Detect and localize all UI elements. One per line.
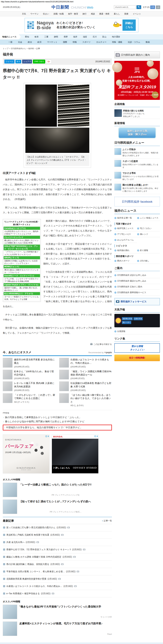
pr-link-travel[interactable]: 旅の写真を投稿して豪華賞品をゲットしよう!中日旅行ナビ「ぷらっ人」 bbox=[3, 415, 112, 420]
category-nav-item[interactable]: 社会 bbox=[18, 40, 22, 45]
recommend-item[interactable]: 「イボちぎらないで、これ塗って!」家で簡単にとれると話題に AD (チュラコス) bbox=[3, 393, 55, 407]
font-larger-button[interactable]: +大 bbox=[150, 6, 155, 9]
ad-detail-button[interactable]: 詳細は こちら bbox=[123, 20, 136, 30]
feature-item[interactable]: 昇龍道の新たなる挑戦 2月25日(月)ウィルあいち募集は終了しました bbox=[114, 108, 160, 119]
top-nav-item[interactable]: 囲碁・将棋 bbox=[99, 13, 109, 15]
sidebar-link[interactable]: ›日刊県民福井 広告のご案内 bbox=[114, 284, 160, 290]
honda-cta[interactable]: 》詳しくはこちら bbox=[53, 466, 70, 469]
pr-link-oshiete[interactable]: 暮らしの小さな悩みや疑問に専門家が無料でお答えします!/中日教えてナビ bbox=[3, 420, 112, 424]
search-button[interactable] bbox=[137, 5, 141, 9]
pr-link-shingaku-navi-highlighted[interactable]: 中部地区の大学を探すなら、地元の進学情報サイトで!「中日進学ナビ」 bbox=[3, 425, 112, 430]
region-nav-item[interactable]: 福井 bbox=[73, 34, 77, 40]
article-list-item[interactable]: › 繊協ビル敷地 ホテル誘致 10階建て前後 23年内完成想定 (2月20日) bbox=[3, 553, 112, 561]
sidebar-link[interactable]: ›福井写真ニュース bbox=[114, 226, 137, 231]
typhoon-info-link[interactable]: ›台風情報 bbox=[114, 328, 160, 334]
sidebar-link[interactable]: ›日刊県民福井 購読のお申し込み bbox=[114, 278, 160, 284]
top-nav-item[interactable]: 医療 bbox=[124, 13, 128, 15]
recommend-item[interactable]: 越前市19年度当初予算案 多文化共生に重点 (2019年2月14日) bbox=[3, 358, 55, 368]
sidebar-link[interactable]: ›日刊県民福井 試読のお申し込み bbox=[114, 272, 160, 278]
article-list-item[interactable]: › 県の計画 議決対象に 県議会、役割拡大図る (2月19日) bbox=[3, 561, 112, 568]
sidebar-link[interactable]: ›みんなのアルバム bbox=[114, 237, 137, 243]
facebook-page-link[interactable]: 日刊県民福井 facebook bbox=[114, 196, 160, 206]
breadcrumb-kenmin[interactable]: 日刊県民福井から bbox=[11, 48, 26, 50]
category-nav-item[interactable]: 一面 bbox=[8, 40, 12, 45]
sidebar-link[interactable]: ›県内スポーツ bbox=[114, 258, 137, 264]
article-list-item[interactable]: › 出産祝いはフルコース タイの焼きもの、牛肉の煮込み… (2月19日) bbox=[3, 583, 112, 590]
kokutai-banner[interactable]: 福井しあわせ元気 国体・障スポ2018 bbox=[118, 128, 156, 138]
top-nav-item[interactable]: 進学・教育 bbox=[68, 13, 78, 15]
article-list-item[interactable]: › e−Tax 利用者続々 確定申告始まる (2月19日) bbox=[3, 590, 112, 597]
article-list-item[interactable]: › 県都中心街で7月6、7日 野外音楽フェス 実力派ずらり キターッ !! (2… bbox=[3, 546, 112, 553]
top-nav-item[interactable]: イベント bbox=[133, 13, 141, 15]
pr-item[interactable]: 【知って得する】諦めてたシミが…?ファンデいらずの肌へ PR プレミアアンチエイ… bbox=[3, 500, 112, 514]
sidebar-link[interactable]: ›2月の催し bbox=[137, 258, 160, 264]
hatena-button[interactable]: B! 0 bbox=[15, 60, 21, 63]
category-nav-item[interactable]: 特集・連載 bbox=[112, 40, 122, 45]
tweet-button[interactable]: ツイート bbox=[4, 60, 14, 64]
honda-odyssey-ad[interactable]: HONDAⓘ X 》詳しくはこちら ODYSSEY HYBRID bbox=[52, 434, 99, 474]
ad-info-close-icons[interactable]: ⓘ X bbox=[94, 435, 98, 438]
top-nav-item[interactable]: 旅行 bbox=[82, 13, 86, 15]
jpx-ir-festa-ad[interactable]: JPX 人生100年時代。投資で未来を広げる2日間。 東証IRフェスタ2019 … bbox=[114, 61, 160, 100]
top-nav-item[interactable]: ウーマン bbox=[30, 13, 39, 15]
top-nav-item[interactable]: 天気 bbox=[22, 13, 26, 15]
category-nav-item[interactable]: 国際 bbox=[63, 40, 67, 45]
recommend-item[interactable]: 出産祝いはフルコース タイの焼きもの、牛肉の煮込み… (2019年2月19日) bbox=[59, 358, 112, 368]
category-nav-item[interactable]: マーケット bbox=[47, 40, 57, 45]
article-list-item[interactable]: › 美浜町長に戸嶋氏 元副町長 無投票で初当選 (2月20日) bbox=[3, 531, 112, 539]
article-list-item[interactable]: › 北陸農政局長賞 奥越特別支援学校が受賞 (2月19日) bbox=[3, 575, 112, 583]
ad-info-close-icons[interactable]: ⓘ X bbox=[45, 435, 49, 438]
kenmin-menu-item[interactable]: スポーツ応援席 県内の市民スポーツの結果を掲載しています bbox=[114, 158, 160, 170]
site-logo[interactable]: 中日新聞 CHUNICHI Web bbox=[31, 4, 114, 10]
kenmin-menu-item[interactable]: でかけま専科 県内外のイベントやお出かけ案内などを収録しています bbox=[114, 170, 160, 182]
font-smaller-button[interactable]: -小 bbox=[156, 6, 160, 9]
recommend-item[interactable]: 社会貢献の14団体表彰 奥越の子ども対象 大野で式典 (2019年2月19日) bbox=[59, 382, 112, 392]
region-nav-item[interactable]: 愛知 bbox=[25, 34, 29, 40]
weather-widget[interactable]: 福井県の天気 全国の天気 雨レーダー bbox=[114, 314, 160, 327]
category-nav-item[interactable]: 特報 bbox=[73, 40, 77, 45]
region-nav-item[interactable]: 岐阜 bbox=[35, 34, 39, 40]
breadcrumb-fukui[interactable]: 福井発 bbox=[28, 48, 34, 50]
recommend-item[interactable]: 「ほうれい線は食べ物で変わる」ほうれい線ができる人、できない人の違いと AD (… bbox=[59, 393, 112, 407]
sidebar-link[interactable]: ›釣り週報 bbox=[137, 248, 160, 253]
region-nav-item[interactable]: 長野 bbox=[64, 34, 68, 40]
googleplus-button[interactable]: G+ bbox=[46, 60, 51, 64]
top-nav-item[interactable]: 就職・転職 bbox=[53, 13, 64, 15]
category-nav-item[interactable]: 政治 bbox=[28, 40, 32, 45]
category-nav-item[interactable]: スポーツ bbox=[82, 40, 91, 45]
weather-panel-national[interactable]: 全国の天気 bbox=[133, 317, 143, 320]
weather-panel-fukui[interactable]: 福井県の天気 bbox=[122, 317, 133, 320]
article-list-link[interactable]: 記事一覧 bbox=[102, 519, 112, 522]
recommend-item[interactable]: 「格安」ワイン 消費拡大商機 日欧EPA発効 県内酒店セール (2019年2月3… bbox=[59, 370, 112, 380]
photo-service-banner[interactable]: 県民福井フォトサービス bbox=[114, 298, 160, 305]
article-list-item[interactable]: › 共産 金元氏出馬へ (2月20日) bbox=[3, 539, 112, 546]
sidebar-link[interactable]: ›福井発 記事一覧 bbox=[114, 215, 137, 221]
pr-item[interactable]: 皮膚科医×エステティシャンが推奨。毛穴ケア方法で黒ずみ汚肌卒業♪ Fleuri bbox=[3, 622, 112, 636]
top-nav-item[interactable]: 暮らし bbox=[114, 13, 120, 15]
sidebar-link[interactable]: ›デリ写(シャ)ス bbox=[114, 231, 137, 237]
ginza-tanaka-ad[interactable]: ⓘ X GINZATANAKA パールフェア 2019年 2月1日(金)~28日… bbox=[3, 434, 50, 474]
facebook-share-button[interactable]: シェア 0 bbox=[22, 60, 32, 64]
region-nav-item[interactable]: 富山 bbox=[102, 34, 106, 40]
sidebar-link[interactable]: ›日刊県民福井 携帯情報サービス bbox=[114, 290, 160, 296]
pr-item[interactable]: 「レーザー治療より断然こっち!!」肌のシミがたった8日で!! PR プレミアアン… bbox=[3, 483, 112, 497]
region-nav-item[interactable]: 石川 bbox=[93, 34, 97, 40]
search-input[interactable] bbox=[114, 5, 136, 9]
sidebar-link[interactable]: ›写(うつ)ろい bbox=[137, 226, 160, 231]
line-share-button[interactable]: LINEで送る bbox=[33, 60, 45, 64]
breadcrumb-home[interactable]: トップ bbox=[3, 48, 8, 50]
top-nav-item[interactable]: 相談 bbox=[91, 13, 95, 15]
recommend-item[interactable]: レオパレス施工不良 県内3棟 入居者に来月内転居要請 (2019年2月15日) bbox=[3, 382, 55, 392]
sidebar-link[interactable]: ›撮レンド bbox=[137, 231, 160, 237]
region-nav-item[interactable]: 地方選挙 bbox=[112, 34, 120, 40]
top-nav-item[interactable]: 住まい bbox=[43, 13, 49, 15]
subscription-banner[interactable]: 日刊県民福井 購読のご案内 bbox=[114, 52, 160, 58]
pr-item[interactable]: "働きながら最短2年で大卒資格"ソフトバンクがつくった通信制大学 サイバー大学 bbox=[3, 605, 112, 619]
category-nav-item[interactable]: 動画 bbox=[146, 40, 150, 45]
kenmin-menu-item[interactable]: 隣の仕事場 お邪魔します! 働き方の改革に取り組む企業を訪ね、幸せに働けるヒント… bbox=[114, 182, 160, 194]
sidebar-link[interactable]: ›福井掘れ惚れ bbox=[114, 248, 137, 253]
useful-info-banner[interactable]: 役立つ情報満載! bbox=[114, 354, 160, 361]
weather-panel-radar[interactable]: 雨レーダー bbox=[122, 321, 131, 324]
snow-road-info-banner[interactable]: 雪みち情報ネットふくい bbox=[114, 343, 160, 353]
region-nav-item[interactable]: 滋賀 bbox=[83, 34, 87, 40]
